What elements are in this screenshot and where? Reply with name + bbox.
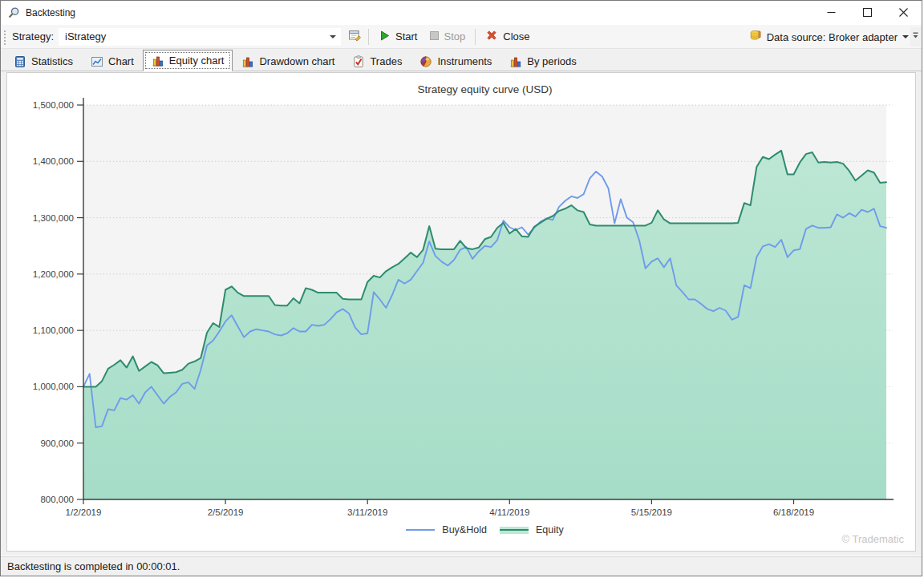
watermark: © Tradematic — [842, 533, 905, 545]
toolbar: Strategy: iStrategy Start Stop Close Dat… — [1, 25, 922, 49]
tab-by-periods[interactable]: By periods — [500, 51, 585, 71]
statusbar: Backtesting is completed in 00:00:01. — [1, 556, 922, 576]
bar-chart-icon — [509, 55, 522, 68]
chevron-down-icon — [902, 35, 909, 38]
toolbar-overflow-button[interactable] — [910, 27, 921, 46]
stop-button[interactable]: Stop — [424, 27, 472, 46]
legend-item-buyhold: Buy&Hold — [406, 524, 487, 536]
close-backtest-button[interactable]: Close — [480, 27, 535, 46]
tabstrip: Statistics Chart Equity chart Drawdown c… — [1, 49, 922, 71]
maximize-icon — [863, 7, 872, 19]
toolbar-separator — [368, 29, 369, 45]
window-controls — [813, 1, 922, 25]
svg-text:1/2/2019: 1/2/2019 — [66, 507, 102, 517]
window-title: Backtesting — [26, 7, 75, 18]
bar-chart-icon — [241, 55, 254, 68]
svg-text:1,000,000: 1,000,000 — [33, 382, 74, 391]
datasource-dropdown[interactable]: Data source: Broker adapter — [749, 25, 909, 49]
svg-text:2/5/2019: 2/5/2019 — [208, 507, 244, 517]
stop-icon — [429, 30, 440, 43]
line-chart-icon — [91, 55, 103, 68]
strategy-combobox[interactable]: iStrategy — [59, 28, 341, 46]
tab-drawdown-chart[interactable]: Drawdown chart — [233, 51, 343, 71]
stop-button-label: Stop — [444, 30, 466, 42]
svg-text:5/15/2019: 5/15/2019 — [631, 507, 672, 517]
tab-label: Equity chart — [169, 55, 225, 67]
equity-line-sample — [500, 527, 529, 534]
svg-text:1,400,000: 1,400,000 — [33, 156, 74, 166]
tab-equity-chart[interactable]: Equity chart — [143, 50, 233, 71]
tab-label: Statistics — [31, 55, 73, 67]
svg-text:800,000: 800,000 — [40, 495, 74, 504]
chart-legend: Buy&Hold Equity — [83, 524, 886, 536]
tab-label: Instruments — [437, 55, 492, 67]
legend-label-buyhold: Buy&Hold — [442, 524, 487, 536]
start-button-label: Start — [395, 30, 417, 42]
close-icon — [899, 7, 908, 19]
clipboard-check-icon — [352, 55, 365, 68]
svg-text:4/11/2019: 4/11/2019 — [489, 507, 529, 517]
legend-item-equity: Equity — [500, 524, 564, 536]
datasource-label: Data source: Broker adapter — [767, 31, 898, 43]
equity-chart-panel: Strategy equity curve (USD) 800,000900,0… — [6, 72, 916, 552]
calculator-icon — [14, 55, 26, 68]
equity-curve-chart: 800,000900,0001,000,0001,100,0001,200,00… — [7, 73, 915, 551]
start-button[interactable]: Start — [373, 27, 423, 46]
svg-text:1,100,000: 1,100,000 — [33, 325, 74, 335]
close-x-icon — [485, 29, 498, 44]
strategy-properties-button[interactable] — [345, 27, 364, 46]
tab-trades[interactable]: Trades — [343, 51, 411, 71]
close-button-label: Close — [503, 30, 529, 42]
tab-instruments[interactable]: Instruments — [411, 51, 500, 71]
play-icon — [379, 30, 391, 44]
tab-label: Chart — [108, 55, 134, 67]
svg-text:1,300,000: 1,300,000 — [33, 213, 74, 223]
chevron-down-icon — [330, 35, 336, 38]
svg-text:1,200,000: 1,200,000 — [33, 269, 74, 279]
minimize-icon — [827, 7, 836, 19]
tab-chart[interactable]: Chart — [82, 51, 143, 71]
svg-text:1,500,000: 1,500,000 — [33, 100, 74, 110]
coins-icon — [749, 29, 762, 45]
properties-icon — [348, 29, 362, 44]
svg-text:900,000: 900,000 — [40, 439, 74, 448]
overflow-icon — [912, 30, 919, 43]
bar-chart-icon — [152, 55, 164, 67]
backtesting-window: Backtesting Strategy: iStrategy Start St… — [0, 0, 922, 576]
titlebar: Backtesting — [1, 1, 922, 25]
toolbar-separator — [475, 29, 476, 45]
content-area: Strategy equity curve (USD) 800,000900,0… — [1, 71, 922, 556]
chart-title: Strategy equity curve (USD) — [83, 83, 886, 95]
maximize-button[interactable] — [849, 1, 886, 25]
legend-label-equity: Equity — [536, 524, 564, 536]
minimize-button[interactable] — [813, 1, 849, 25]
svg-text:3/11/2019: 3/11/2019 — [347, 507, 387, 517]
pie-chart-icon — [419, 55, 432, 68]
tab-label: Drawdown chart — [259, 55, 334, 67]
tab-label: Trades — [370, 55, 402, 67]
app-magnifier-icon — [7, 6, 20, 19]
toolbar-grip[interactable] — [2, 29, 6, 45]
buyhold-line-sample — [406, 529, 435, 531]
tab-statistics[interactable]: Statistics — [5, 51, 82, 71]
close-button[interactable] — [886, 1, 922, 25]
status-text: Backtesting is completed in 00:00:01. — [7, 560, 180, 572]
svg-text:6/18/2019: 6/18/2019 — [773, 507, 814, 517]
strategy-label: Strategy: — [12, 30, 54, 42]
tab-label: By periods — [527, 55, 576, 67]
strategy-value: iStrategy — [65, 30, 106, 42]
